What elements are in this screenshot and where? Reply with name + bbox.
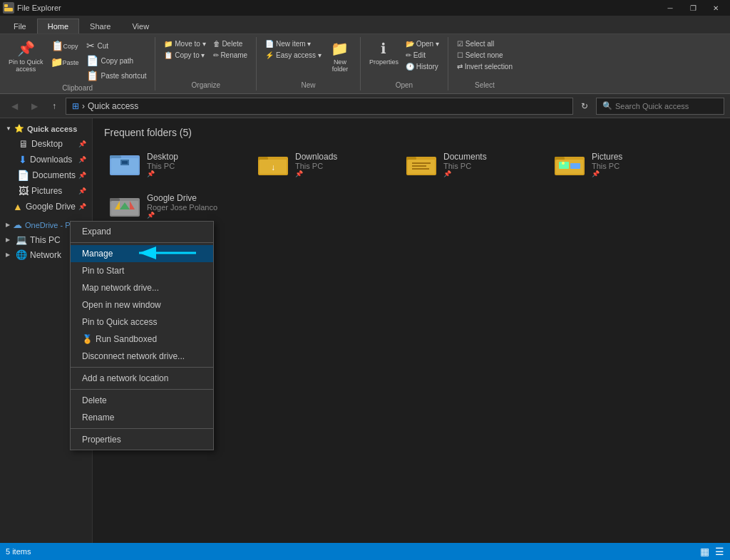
copy-to-button[interactable]: 📋 Copy to ▾ xyxy=(161,50,208,61)
cut-button[interactable]: ✂Cut xyxy=(83,38,150,53)
ctx-open-new-window[interactable]: Open in new window xyxy=(71,296,213,313)
tab-home[interactable]: Home xyxy=(37,19,79,33)
folder-path: This PC xyxy=(443,162,487,170)
ctx-delete[interactable]: Delete xyxy=(71,392,213,409)
folder-info: Documents This PC 📌 xyxy=(443,152,487,177)
title-bar-icon xyxy=(3,2,14,14)
list-view-button[interactable]: ☰ xyxy=(715,546,724,557)
folder-item-downloads[interactable]: ↓ Downloads This PC 📌 xyxy=(252,147,395,182)
edit-button[interactable]: ✏ Edit xyxy=(403,50,442,61)
up-button[interactable]: ↑ xyxy=(46,98,63,115)
restore-button[interactable]: ❐ xyxy=(682,0,704,16)
open-col: 📂 Open ▾ ✏ Edit 🕐 History xyxy=(403,38,442,72)
back-button[interactable]: ◀ xyxy=(6,98,23,115)
ctx-add-network[interactable]: Add a network location xyxy=(71,370,213,387)
ctx-manage[interactable]: Manage xyxy=(71,245,213,262)
pictures-icon: 🖼 xyxy=(19,185,29,197)
svg-rect-0 xyxy=(4,4,8,7)
search-box[interactable]: 🔍 Search Quick access xyxy=(596,98,724,115)
sidebar-item-downloads[interactable]: ⬇ Downloads 📌 xyxy=(0,152,92,167)
sidebar-item-pictures[interactable]: 🖼 Pictures 📌 xyxy=(0,183,92,199)
network-icon: 🌐 xyxy=(16,249,27,260)
folder-name: Documents xyxy=(443,152,487,162)
title-bar-left: File Explorer xyxy=(3,2,61,14)
ctx-properties[interactable]: Properties xyxy=(71,431,213,448)
tab-view[interactable]: View xyxy=(121,19,160,33)
open-button[interactable]: 📂 Open ▾ xyxy=(403,38,442,49)
ribbon-group-organize: 📁 Move to ▾ 📋 Copy to ▾ 🗑 Delete ✏ Renam… xyxy=(155,37,257,90)
ctx-run-sandboxed[interactable]: 🏅Run Sandboxed xyxy=(71,331,213,348)
delete-button[interactable]: 🗑 Delete xyxy=(210,38,251,49)
tab-file[interactable]: File xyxy=(3,19,37,33)
properties-button[interactable]: ℹ Properties xyxy=(366,38,401,67)
ctx-rename[interactable]: Rename xyxy=(71,409,213,426)
section-title: Frequent folders (5) xyxy=(104,127,719,138)
downloads-folder-icon: ↓ xyxy=(258,151,288,178)
select-label: Select xyxy=(475,81,495,89)
minimize-button[interactable]: ─ xyxy=(659,0,682,16)
copy-button[interactable]: 📋 Copy xyxy=(48,38,82,54)
select-none-button[interactable]: ☐ Select none xyxy=(454,50,515,61)
quick-access-icon: ⭐ xyxy=(14,124,24,133)
googledrive-icon: ▲ xyxy=(13,201,23,212)
paste-shortcut-button[interactable]: 📋Paste shortcut xyxy=(83,68,150,83)
ribbon: 📌 Pin to Quickaccess 📋 Copy 📁 Paste ✂Cut xyxy=(0,34,730,94)
easy-access-button[interactable]: ⚡ Easy access ▾ xyxy=(262,50,324,61)
sidebar-item-googledrive[interactable]: ▲ Google Drive 📌 xyxy=(0,199,92,214)
folder-item-desktop[interactable]: Desktop This PC 📌 xyxy=(104,147,247,182)
folders-grid: Desktop This PC 📌 ↓ Downloads This PC 📌 xyxy=(104,147,719,224)
forward-button[interactable]: ▶ xyxy=(26,98,43,115)
folder-item-pictures[interactable]: Pictures This PC 📌 xyxy=(549,147,692,182)
ctx-disconnect-network[interactable]: Disconnect network drive... xyxy=(71,348,213,365)
pin-to-quickaccess-button[interactable]: 📌 Pin to Quickaccess xyxy=(6,38,46,74)
thispc-icon: 💻 xyxy=(16,234,27,245)
new-folder-button[interactable]: 📁 Newfolder xyxy=(326,38,354,74)
ctx-separator4 xyxy=(71,428,213,429)
move-to-button[interactable]: 📁 Move to ▾ xyxy=(161,38,208,49)
address-path[interactable]: ⊞ › Quick access xyxy=(66,98,573,115)
invert-selection-button[interactable]: ⇄ Invert selection xyxy=(454,61,515,72)
folder-name: Downloads xyxy=(295,152,337,162)
folder-item-googledrive[interactable]: Google Drive Roger Jose Polanco 📌 xyxy=(104,188,247,224)
sidebar-item-label: Desktop xyxy=(31,139,63,149)
grid-view-button[interactable]: ▦ xyxy=(700,546,709,557)
folder-path: This PC xyxy=(295,162,337,170)
refresh-button[interactable]: ↻ xyxy=(576,98,593,115)
ctx-pin-start[interactable]: Pin to Start xyxy=(71,262,213,279)
pin-icon: 📌 xyxy=(78,172,86,179)
rename-button[interactable]: ✏ Rename xyxy=(210,50,251,61)
sidebar-item-desktop[interactable]: 🖥 Desktop 📌 xyxy=(0,136,92,152)
context-menu: Expand Manage Pin to Start Map network d… xyxy=(70,221,214,450)
tab-share[interactable]: Share xyxy=(79,19,121,33)
expand-arrow-icon: ▶ xyxy=(6,222,10,228)
new-buttons: 📄 New item ▾ ⚡ Easy access ▾ 📁 Newfolder xyxy=(262,38,354,80)
googledrive-folder-icon xyxy=(110,192,140,219)
sidebar-item-label: Network xyxy=(30,250,61,260)
pin-icon: 📌 xyxy=(78,156,86,163)
search-placeholder: Search Quick access xyxy=(615,102,689,110)
new-item-button[interactable]: 📄 New item ▾ xyxy=(262,38,324,49)
title-bar: File Explorer ─ ❐ ✕ xyxy=(0,0,730,16)
ctx-expand[interactable]: Expand xyxy=(71,223,213,240)
pictures-folder-icon xyxy=(555,151,585,178)
ctx-map-network[interactable]: Map network drive... xyxy=(71,279,213,296)
folder-path: This PC xyxy=(592,162,622,170)
history-button[interactable]: 🕐 History xyxy=(403,61,442,72)
close-button[interactable]: ✕ xyxy=(704,0,727,16)
svg-rect-1 xyxy=(4,8,13,11)
downloads-icon: ⬇ xyxy=(19,154,27,165)
ribbon-group-select: ☑ Select all ☐ Select none ⇄ Invert sele… xyxy=(448,37,521,90)
clipboard-small-col: ✂Cut 📄Copy path 📋Paste shortcut xyxy=(83,38,150,83)
expand-arrow-icon: ▶ xyxy=(6,252,13,258)
expand-arrow-icon: ▶ xyxy=(6,237,13,243)
select-all-button[interactable]: ☑ Select all xyxy=(454,38,515,49)
ribbon-tabs: File Home Share View xyxy=(0,16,730,34)
open-label: Open xyxy=(396,81,413,89)
folder-item-documents[interactable]: Documents This PC 📌 xyxy=(401,147,543,182)
copy-path-button[interactable]: 📄Copy path xyxy=(83,53,150,68)
sidebar-item-documents[interactable]: 📄 Documents 📌 xyxy=(0,167,92,183)
paste-button[interactable]: 📁 Paste xyxy=(48,55,82,71)
folder-pin: 📌 xyxy=(147,170,178,177)
app-title: File Explorer xyxy=(17,4,61,12)
ctx-pin-quickaccess[interactable]: Pin to Quick access xyxy=(71,313,213,331)
